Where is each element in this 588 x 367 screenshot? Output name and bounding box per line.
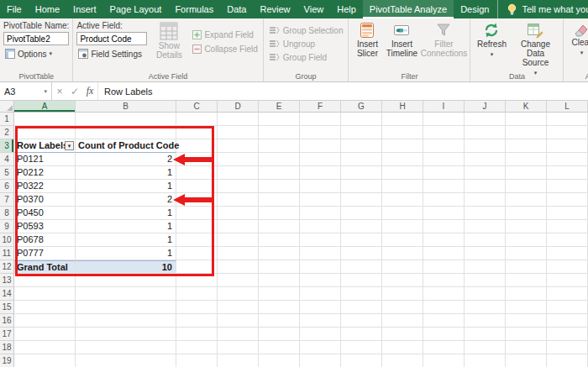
cell-G14[interactable] (341, 287, 382, 301)
cell-G6[interactable] (341, 180, 382, 193)
cell-D7[interactable] (218, 193, 259, 207)
cancel-button[interactable]: × (52, 82, 67, 100)
cell-H5[interactable] (382, 166, 423, 180)
cell-E14[interactable] (259, 287, 300, 301)
enter-button[interactable]: ✓ (67, 82, 82, 100)
cell-C13[interactable] (176, 274, 218, 287)
cell-L14[interactable] (547, 287, 588, 301)
cell-I9[interactable] (423, 220, 465, 233)
row-header-16[interactable]: 16 (0, 314, 14, 328)
cell-J14[interactable] (465, 287, 506, 301)
cell-L13[interactable] (547, 274, 588, 287)
cell-I15[interactable] (423, 301, 465, 314)
pivottable-name-input[interactable] (3, 32, 69, 45)
cell-A3[interactable]: Row Labels▾ (14, 139, 76, 153)
cell-D9[interactable] (218, 220, 259, 233)
cell-A1[interactable] (14, 113, 76, 126)
cell-A14[interactable] (14, 287, 76, 301)
row-header-5[interactable]: 5 (0, 166, 14, 180)
cell-L11[interactable] (547, 247, 588, 260)
cell-A19[interactable] (14, 354, 76, 367)
cell-H12[interactable] (382, 260, 423, 274)
cell-B19[interactable] (76, 354, 176, 367)
cell-E7[interactable] (259, 193, 300, 207)
tab-formulas[interactable]: Formulas (168, 0, 220, 18)
cell-K13[interactable] (506, 274, 547, 287)
cell-B11[interactable]: 1 (76, 247, 176, 260)
cell-C19[interactable] (176, 354, 218, 367)
group-field-button[interactable]: Group Field (267, 51, 345, 63)
cell-B13[interactable] (76, 274, 176, 287)
cell-F14[interactable] (300, 287, 341, 301)
tab-data[interactable]: Data (220, 0, 253, 18)
cell-H6[interactable] (382, 180, 423, 193)
group-selection-button[interactable]: Group Selection (267, 24, 345, 36)
cell-A6[interactable]: P0322 (14, 180, 76, 193)
cell-D11[interactable] (218, 247, 259, 260)
cell-F17[interactable] (300, 328, 341, 341)
tab-pivottable-analyze[interactable]: PivotTable Analyze (363, 0, 454, 18)
cell-E12[interactable] (259, 260, 300, 274)
cell-D3[interactable] (218, 139, 259, 153)
cell-C12[interactable] (176, 260, 218, 274)
cell-A10[interactable]: P0678 (14, 233, 76, 247)
row-header-15[interactable]: 15 (0, 301, 14, 314)
row-header-3[interactable]: 3 (0, 139, 14, 153)
column-header-K[interactable]: K (506, 101, 547, 113)
filter-connections-button[interactable]: Filter Connections (421, 21, 466, 59)
tab-page-layout[interactable]: Page Layout (103, 0, 169, 18)
cell-I4[interactable] (423, 153, 465, 166)
cell-B4[interactable]: 2 (76, 153, 176, 166)
cell-I2[interactable] (423, 126, 465, 139)
active-field-input[interactable] (76, 32, 147, 45)
cell-F13[interactable] (300, 274, 341, 287)
cell-H7[interactable] (382, 193, 423, 207)
tab-design[interactable]: Design (454, 0, 496, 18)
cell-B16[interactable] (76, 314, 176, 328)
cell-D2[interactable] (218, 126, 259, 139)
cell-G11[interactable] (341, 247, 382, 260)
row-header-8[interactable]: 8 (0, 207, 14, 220)
cell-L2[interactable] (547, 126, 588, 139)
cell-E6[interactable] (259, 180, 300, 193)
tab-review[interactable]: Review (253, 0, 297, 18)
cell-K6[interactable] (506, 180, 547, 193)
cell-B9[interactable]: 1 (76, 220, 176, 233)
insert-function-button[interactable]: fx (82, 82, 97, 100)
cell-E10[interactable] (259, 233, 300, 247)
cell-G16[interactable] (341, 314, 382, 328)
change-data-source-button[interactable]: Change Data Source ▾ (511, 21, 559, 78)
cell-D17[interactable] (218, 328, 259, 341)
cell-G3[interactable] (341, 139, 382, 153)
cell-H14[interactable] (382, 287, 423, 301)
chevron-down-icon[interactable]: ▾ (44, 88, 47, 95)
cell-H8[interactable] (382, 207, 423, 220)
cell-B3[interactable]: Count of Product Code (76, 139, 176, 153)
cell-C10[interactable] (176, 233, 218, 247)
cell-G4[interactable] (341, 153, 382, 166)
cell-B1[interactable] (76, 113, 176, 126)
cell-C1[interactable] (176, 113, 218, 126)
cell-L1[interactable] (547, 113, 588, 126)
cell-J11[interactable] (465, 247, 506, 260)
cell-I16[interactable] (423, 314, 465, 328)
cell-A2[interactable] (14, 126, 76, 139)
cell-J8[interactable] (465, 207, 506, 220)
cell-I7[interactable] (423, 193, 465, 207)
cell-I8[interactable] (423, 207, 465, 220)
cell-J19[interactable] (465, 354, 506, 367)
cell-D13[interactable] (218, 274, 259, 287)
cell-J10[interactable] (465, 233, 506, 247)
cell-H13[interactable] (382, 274, 423, 287)
ungroup-button[interactable]: Ungroup (267, 38, 345, 50)
row-labels-filter-dropdown[interactable]: ▾ (65, 141, 74, 150)
cell-J12[interactable] (465, 260, 506, 274)
cell-F1[interactable] (300, 113, 341, 126)
row-header-12[interactable]: 12 (0, 260, 14, 274)
cell-D14[interactable] (218, 287, 259, 301)
cell-L12[interactable] (547, 260, 588, 274)
row-header-17[interactable]: 17 (0, 328, 14, 341)
cell-G10[interactable] (341, 233, 382, 247)
formula-input[interactable]: Row Labels (97, 82, 588, 100)
row-header-1[interactable]: 1 (0, 113, 14, 126)
